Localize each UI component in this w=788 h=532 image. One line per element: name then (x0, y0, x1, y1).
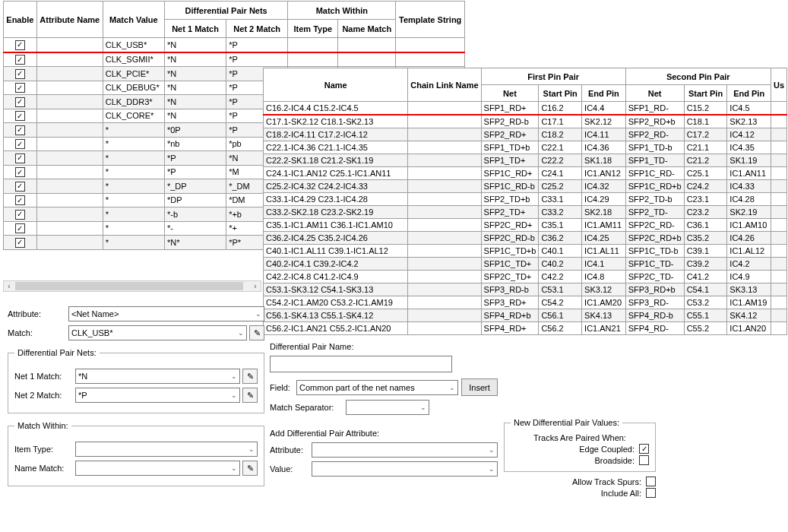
cell-match-value[interactable]: CLK_DDR3* (103, 95, 164, 109)
cell-second-end[interactable]: IC1.AN20 (727, 322, 771, 335)
cell-chain[interactable] (408, 232, 481, 245)
cell-net1[interactable]: *N (164, 109, 226, 123)
cell-second-start[interactable]: C35.2 (684, 232, 727, 245)
col-first-pin-pair[interactable]: First Pin Pair (481, 68, 625, 85)
col-name-match[interactable]: Name Match (338, 20, 396, 38)
cell-first-start[interactable]: C40.2 (539, 258, 582, 271)
cell-chain[interactable] (408, 206, 481, 219)
enable-checkbox[interactable] (15, 182, 25, 192)
table-row[interactable]: C53.1-SK3.12 C54.1-SK3.13SFP3_RD-bC53.1S… (264, 283, 787, 296)
cell-first-end[interactable]: IC4.29 (582, 193, 626, 206)
cell-use[interactable] (771, 322, 786, 335)
cell-name[interactable]: C53.1-SK3.12 C54.1-SK3.13 (264, 283, 408, 296)
table-row[interactable]: CLK_USB**N*P (4, 38, 465, 52)
cell-use[interactable] (771, 296, 786, 309)
cell-first-net[interactable]: SFP2C_TD+ (481, 271, 539, 283)
cell-item-type[interactable] (288, 38, 338, 52)
cell-first-end[interactable]: SK4.13 (582, 309, 626, 322)
cell-use[interactable] (771, 128, 786, 141)
enable-checkbox[interactable] (15, 69, 25, 79)
cell-first-net[interactable]: SFP1_TD+ (481, 154, 539, 167)
cell-first-net[interactable]: SFP1C_TD+ (481, 258, 539, 271)
cell-second-start[interactable]: C41.2 (684, 271, 727, 283)
edge-coupled-checkbox[interactable] (639, 444, 649, 454)
cell-item-type[interactable] (288, 52, 338, 67)
enable-checkbox[interactable] (15, 125, 25, 135)
cell-attr-name[interactable] (36, 109, 103, 123)
allow-spurs-checkbox[interactable] (646, 477, 656, 486)
cell-second-start[interactable]: C17.2 (684, 128, 727, 141)
cell-name-match[interactable] (338, 52, 396, 67)
scroll-left-icon[interactable]: ‹ (4, 281, 14, 291)
cell-match-value[interactable]: * (103, 123, 164, 138)
enable-checkbox[interactable] (15, 195, 25, 205)
enable-checkbox[interactable] (15, 111, 25, 121)
include-all-checkbox[interactable] (646, 488, 656, 498)
cell-second-end[interactable]: IC1.AM10 (727, 219, 771, 232)
cell-name[interactable]: C22.2-SK1.18 C21.2-SK1.19 (264, 154, 408, 167)
cell-chain[interactable] (408, 115, 481, 128)
cell-attr-name[interactable] (36, 236, 103, 250)
cell-first-net[interactable]: SFP3_RD-b (481, 283, 539, 296)
cell-use[interactable] (771, 283, 786, 296)
cell-attr-name[interactable] (36, 67, 103, 81)
cell-template[interactable] (396, 38, 465, 52)
cell-first-end[interactable]: IC4.32 (582, 180, 626, 193)
cell-net1[interactable]: *N (164, 52, 226, 67)
table-row[interactable]: C54.2-IC1.AM20 C53.2-IC1.AM19SFP3_RD+C54… (264, 296, 787, 309)
cell-second-end[interactable]: IC4.2 (727, 258, 771, 271)
cell-chain[interactable] (408, 309, 481, 322)
cell-second-net[interactable]: SFP4_RD-b (625, 309, 684, 322)
cell-second-end[interactable]: IC4.5 (727, 102, 771, 116)
table-row[interactable]: C25.2-IC4.32 C24.2-IC4.33SFP1C_RD-bC25.2… (264, 180, 787, 193)
broadside-checkbox[interactable] (639, 455, 649, 465)
dp-name-input[interactable] (270, 356, 452, 372)
cell-first-net[interactable]: SFP2_TD+b (481, 193, 539, 206)
cell-first-start[interactable]: C53.1 (539, 283, 582, 296)
cell-first-end[interactable]: SK2.12 (582, 115, 626, 128)
cell-name[interactable]: C54.2-IC1.AM20 C53.2-IC1.AM19 (264, 296, 408, 309)
cell-use[interactable] (771, 154, 786, 167)
cell-match-value[interactable]: CLK_USB* (103, 38, 164, 52)
cell-chain[interactable] (408, 154, 481, 167)
cell-use[interactable] (771, 141, 786, 154)
col-chain[interactable]: Chain Link Name (408, 68, 481, 102)
cell-second-start[interactable]: C15.2 (684, 102, 727, 116)
cell-net2[interactable]: *P (226, 38, 288, 52)
cell-net1[interactable]: *N (164, 38, 226, 52)
cell-match-value[interactable]: * (103, 165, 164, 179)
cell-second-end[interactable]: IC4.28 (727, 193, 771, 206)
cell-second-end[interactable]: IC4.35 (727, 141, 771, 154)
item-type-select[interactable]: ⌄ (75, 442, 258, 457)
enable-checkbox[interactable] (15, 97, 25, 107)
cell-first-start[interactable]: C56.1 (539, 309, 582, 322)
net1-wand-button[interactable]: ✎ (242, 369, 258, 384)
cell-match-value[interactable]: CLK_PCIE* (103, 67, 164, 81)
cell-net2[interactable]: *P (226, 52, 288, 67)
enable-checkbox[interactable] (15, 154, 25, 163)
cell-use[interactable] (771, 245, 786, 258)
cell-name[interactable]: C56.2-IC1.AN21 C55.2-IC1.AN20 (264, 322, 408, 335)
cell-second-start[interactable]: C39.1 (684, 245, 727, 258)
cell-attr-name[interactable] (36, 81, 103, 95)
table-row[interactable]: C18.2-IC4.11 C17.2-IC4.12SFP2_RD+C18.2IC… (264, 128, 787, 141)
cell-second-end[interactable]: SK1.19 (727, 154, 771, 167)
cell-second-start[interactable]: C55.1 (684, 309, 727, 322)
name-match-select[interactable]: ⌄ (75, 461, 240, 476)
cell-second-end[interactable]: IC4.33 (727, 180, 771, 193)
enable-checkbox[interactable] (15, 83, 25, 93)
cell-second-end[interactable]: SK3.13 (727, 283, 771, 296)
table-row[interactable]: C24.1-IC1.AN12 C25.1-IC1.AN11SFP1C_RD+C2… (264, 167, 787, 180)
cell-template[interactable] (396, 52, 465, 67)
cell-first-net[interactable]: SFP1_TD+b (481, 141, 539, 154)
cell-second-net[interactable]: SFP3_RD- (625, 296, 684, 309)
cell-first-end[interactable]: IC4.1 (582, 258, 626, 271)
cell-second-start[interactable]: C21.1 (684, 141, 727, 154)
cell-second-net[interactable]: SFP3_RD+b (625, 283, 684, 296)
cell-second-end[interactable]: SK2.19 (727, 206, 771, 219)
cell-name[interactable]: C36.2-IC4.25 C35.2-IC4.26 (264, 232, 408, 245)
cell-second-net[interactable]: SFP2C_RD- (625, 219, 684, 232)
value-select[interactable]: ⌄ (312, 461, 498, 477)
cell-chain[interactable] (408, 180, 481, 193)
enable-checkbox[interactable] (15, 223, 25, 233)
